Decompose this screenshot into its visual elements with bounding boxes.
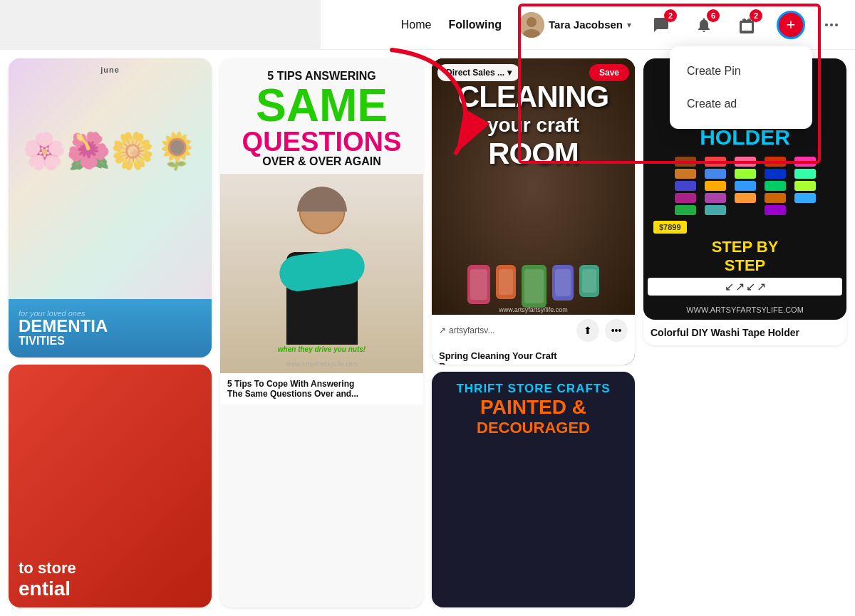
- header-left-bg: [0, 0, 321, 50]
- create-pin-option[interactable]: Create Pin: [670, 55, 812, 88]
- column-4: CRAFT ROOM ORGANIZING washi tape HOLDER: [643, 58, 846, 607]
- cleaning-cleaning: CLEANING: [432, 80, 635, 114]
- lady-body: [286, 252, 358, 345]
- roll-1d: [675, 193, 696, 203]
- tips-footer-text: 5 Tips To Cope With Answering The Same Q…: [227, 379, 416, 399]
- dementia-heading: DEMENTIA: [19, 318, 202, 335]
- pin-dementia[interactable]: june 🌸🌺🌼🌻 for your loved ones DEMENTIA T…: [9, 58, 212, 357]
- share-icon[interactable]: ⬆: [576, 319, 599, 342]
- bell-button[interactable]: 6: [691, 12, 717, 38]
- direct-sales-btn[interactable]: Direct Sales ... ▾: [437, 64, 520, 81]
- pin-thrift-store[interactable]: THRIFT STORE CRAFTS PAINTED & DECOURAGED: [432, 372, 635, 607]
- roll-2b: [705, 169, 726, 179]
- roll-1c: [675, 181, 696, 191]
- dropdown-chevron-icon: ▾: [507, 68, 512, 78]
- thrift-title: THRIFT STORE CRAFTS: [442, 382, 625, 396]
- artsy-link-text: artsyfartsv...: [449, 325, 494, 335]
- roll-5a: [794, 157, 816, 167]
- washi-stack-3: [735, 157, 756, 215]
- action-icons: ⬆ •••: [576, 319, 628, 342]
- direct-sales-label: Direct Sales ...: [446, 68, 504, 78]
- spool-3: [522, 265, 546, 308]
- decorative-flowers: 🌸🌺🌼🌻: [16, 73, 204, 229]
- cleaning-footer: Spring Cleaning Your Craft Room: [432, 346, 635, 365]
- dot2: [830, 24, 833, 26]
- price-area: $7899: [643, 221, 846, 234]
- price-tag: $7899: [653, 221, 687, 234]
- artsy-url-col2: www.ArtsyFartsyLife.com: [286, 360, 358, 367]
- roll-3d: [735, 193, 756, 203]
- plus-icon: +: [787, 16, 796, 34]
- message-button[interactable]: 2: [648, 12, 674, 38]
- user-profile[interactable]: Tara Jacobsen ▾: [519, 12, 631, 38]
- zigzag-arrows: ↙↗↙↗: [648, 278, 842, 296]
- create-button[interactable]: +: [777, 11, 805, 39]
- cleaning-card-inner: CLEANING your craft ROOM www.artsyfartsy…: [432, 58, 635, 365]
- roll-3c: [735, 181, 756, 191]
- artsy-link-area[interactable]: ↗ artsyfartsv...: [439, 325, 494, 335]
- over-label: OVER & OVER AGAIN: [229, 155, 415, 168]
- roll-4a: [765, 157, 786, 167]
- painted-title: PAINTED &: [442, 396, 625, 419]
- more-button[interactable]: [822, 24, 841, 26]
- pin-spring-cleaning[interactable]: CLEANING your craft ROOM www.artsyfartsy…: [432, 58, 635, 365]
- to-store-label: to store: [19, 559, 76, 578]
- pin-action-bar: ↗ artsyfartsv... ⬆ •••: [432, 315, 635, 346]
- artsy-url-text: WWW.ARTSYFARTSYLIFE.COM: [686, 306, 804, 314]
- washi-footer-text: Colorful DIY Washi Tape Holder: [651, 327, 839, 338]
- roll-5d: [794, 193, 816, 203]
- lady-hair: [297, 187, 347, 212]
- cleaning-craft: ROOM: [432, 137, 635, 171]
- avatar: [519, 12, 544, 38]
- gift-badge: 2: [750, 9, 762, 22]
- cleaning-text: CLEANING your craft ROOM: [432, 80, 635, 171]
- message-badge: 2: [664, 9, 677, 22]
- decoupage-title: DECOURAGED: [442, 419, 625, 437]
- create-ad-option[interactable]: Create ad: [670, 88, 812, 120]
- questions-label: QUESTIONS: [229, 128, 415, 155]
- nav-home[interactable]: Home: [401, 19, 432, 31]
- avatar-image: [519, 12, 544, 38]
- lady-portrait: when they drive you nuts! www.ArtsyFarts…: [220, 174, 423, 373]
- nuts-text: when they drive you nuts!: [278, 345, 366, 353]
- step-label: STEP BY STEP: [648, 238, 842, 275]
- cleaning-url: www.artsyfartsy/life.com: [499, 306, 568, 313]
- roll-5b: [794, 169, 816, 179]
- chevron-down-icon: ▾: [627, 20, 631, 30]
- washi-stack-2: [705, 157, 726, 215]
- bell-badge: 6: [707, 9, 720, 22]
- nav-following[interactable]: Following: [448, 19, 502, 31]
- dot3: [835, 24, 838, 26]
- dementia-sub: TIVITIES: [19, 335, 202, 348]
- washi-stack-5: [794, 157, 816, 215]
- more-options-icon[interactable]: •••: [605, 319, 628, 342]
- spool-2: [496, 265, 516, 299]
- roll-3b: [735, 169, 756, 179]
- roll-1a: [675, 157, 696, 167]
- artsy-url-area: WWW.ARTSYFARTSYLIFE.COM: [643, 303, 846, 320]
- pin-same-questions[interactable]: 5 TIPS ANSWERING SAME QUESTIONS OVER & O…: [220, 58, 423, 607]
- holder-label: HOLDER: [652, 127, 838, 148]
- spool-1: [467, 265, 490, 304]
- store-text: to store ential: [19, 559, 76, 600]
- cleaning-image: CLEANING your craft ROOM www.artsyfartsy…: [432, 58, 635, 315]
- roll-1e: [675, 205, 696, 215]
- roll-2a: [705, 157, 726, 167]
- roll-4e: [765, 205, 786, 215]
- svg-point-1: [527, 17, 537, 27]
- save-btn[interactable]: Save: [589, 64, 629, 81]
- spool-5: [579, 265, 599, 297]
- thrift-text: THRIFT STORE CRAFTS PAINTED & DECOURAGED: [432, 372, 635, 447]
- roll-2d: [705, 193, 726, 203]
- washi-footer: Colorful DIY Washi Tape Holder: [643, 320, 846, 345]
- step-text-area: STEP BY STEP ↙↗↙↗: [643, 234, 846, 303]
- tips-footer: 5 Tips To Cope With Answering The Same Q…: [220, 373, 423, 404]
- create-dropdown: Create Pin Create ad: [670, 46, 812, 129]
- column-3: CLEANING your craft ROOM www.artsyfartsy…: [432, 58, 635, 607]
- roll-5c: [794, 181, 816, 191]
- roll-2e: [705, 205, 726, 215]
- pin-store-partial[interactable]: to store ential: [9, 365, 212, 607]
- column-2: 5 TIPS ANSWERING SAME QUESTIONS OVER & O…: [220, 58, 423, 607]
- gift-button[interactable]: 2: [734, 12, 760, 38]
- dementia-card-image: june 🌸🌺🌼🌻 for your loved ones DEMENTIA T…: [9, 58, 212, 357]
